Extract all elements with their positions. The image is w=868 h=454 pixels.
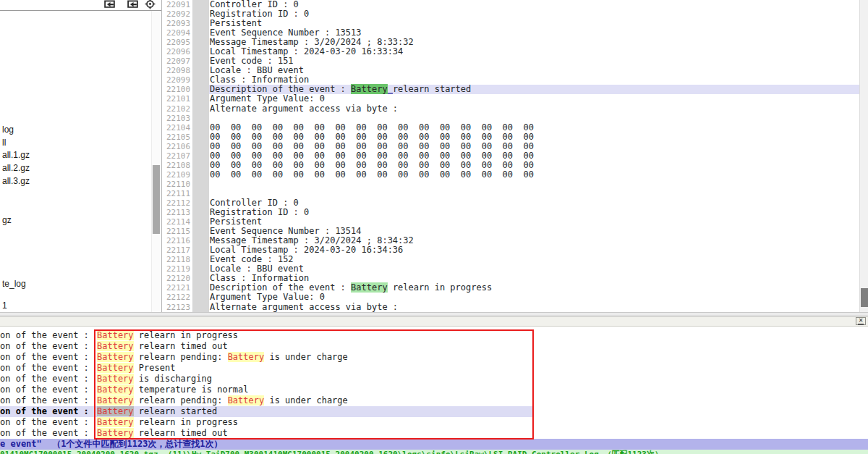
line-number: 22122 bbox=[166, 293, 192, 302]
editor-scrollbar-thumb[interactable] bbox=[861, 288, 868, 307]
sync-file-left-icon[interactable] bbox=[103, 0, 116, 9]
text-segment: Persistent bbox=[210, 217, 262, 227]
line-number: 22103 bbox=[166, 114, 192, 123]
text-segment: Description of the event : bbox=[210, 84, 351, 94]
result-row-label: on of the event : bbox=[0, 417, 97, 428]
file-tree-item[interactable]: te_log bbox=[2, 279, 26, 290]
log-line-text: Local Timestamp : 2024-03-20 16:33:34 bbox=[209, 47, 859, 56]
line-number: 22100 bbox=[166, 85, 192, 94]
text-segment: Event code : 151 bbox=[210, 56, 294, 66]
log-line[interactable]: 22113Registration ID : 0 bbox=[162, 208, 859, 217]
gutter-margin bbox=[192, 264, 209, 274]
text-segment: Argument Type Value: 0 bbox=[210, 292, 325, 302]
log-line-text: Local Timestamp : 2024-03-20 16:34:36 bbox=[209, 245, 859, 255]
gutter-margin bbox=[192, 198, 209, 208]
text-segment: 00 00 00 00 00 00 00 00 00 00 00 00 00 0… bbox=[210, 122, 534, 133]
sidebar-scrollbar[interactable] bbox=[151, 11, 161, 312]
gutter-margin bbox=[192, 227, 209, 236]
gutter-margin bbox=[192, 255, 209, 264]
file-tree-item[interactable]: all.2.gz bbox=[2, 163, 30, 174]
text-segment: Controller ID : 0 bbox=[210, 198, 299, 208]
file-tree-item[interactable]: all.3.gz bbox=[2, 176, 30, 187]
line-number: 22119 bbox=[166, 264, 192, 274]
log-line-text: Registration ID : 0 bbox=[209, 9, 859, 19]
gutter-margin bbox=[192, 28, 209, 38]
text-segment: Present bbox=[134, 363, 176, 373]
search-result-row[interactable]: on of the event :Battery temperature is … bbox=[0, 384, 868, 395]
locate-target-icon[interactable] bbox=[144, 0, 156, 9]
result-match-highlight: Battery bbox=[97, 341, 134, 351]
close-results-panel-button[interactable]: ✕ bbox=[856, 317, 866, 325]
search-result-row[interactable]: on of the event :Battery is discharging bbox=[0, 374, 868, 384]
file-tree-item[interactable]: all.1.gz bbox=[2, 150, 30, 161]
log-viewer-window: logllall.1.gzall.2.gzall.3.gzgzte_log1ll… bbox=[0, 0, 868, 454]
log-line[interactable]: 22123Alternate argument access via byte … bbox=[162, 303, 859, 312]
text-caret bbox=[388, 84, 393, 94]
sync-file-right-icon[interactable] bbox=[127, 0, 139, 9]
line-number: 22091 bbox=[166, 0, 192, 9]
sidebar-toolbar bbox=[0, 0, 161, 11]
line-number: 22092 bbox=[166, 9, 192, 19]
result-row-label: on of the event : bbox=[0, 341, 97, 352]
search-result-row-selected[interactable]: on of the event :Battery relearn started bbox=[0, 406, 868, 417]
gutter-margin bbox=[192, 293, 209, 302]
file-tree-item[interactable]: log bbox=[2, 125, 14, 135]
search-result-row[interactable]: on of the event :Battery relearn in prog… bbox=[0, 417, 868, 428]
gutter-margin bbox=[192, 114, 209, 123]
text-segment: Event code : 152 bbox=[210, 254, 294, 264]
result-match-highlight: Battery bbox=[97, 374, 134, 384]
file-tree-item[interactable]: gz bbox=[2, 215, 12, 226]
search-result-row[interactable]: on of the event :Battery relearn pending… bbox=[0, 395, 868, 406]
sidebar-scrollbar-thumb[interactable] bbox=[153, 165, 160, 234]
file-tree-item[interactable]: ll bbox=[2, 138, 6, 148]
line-number: 22105 bbox=[166, 133, 192, 142]
text-segment: Alternate argument access via byte : bbox=[210, 104, 398, 114]
result-match-highlight: Battery bbox=[97, 363, 134, 373]
search-result-row[interactable]: on of the event :Battery relearn timed o… bbox=[0, 341, 868, 352]
log-text-area[interactable]: 22091Controller ID : 022092Registration … bbox=[162, 0, 859, 312]
search-result-row[interactable]: on of the event :Battery relearn timed o… bbox=[0, 428, 868, 439]
line-number: 22096 bbox=[166, 47, 192, 56]
gutter-margin bbox=[192, 283, 209, 293]
text-segment: relearn pending: bbox=[134, 395, 228, 405]
search-result-row[interactable]: on of the event :Battery relearn pending… bbox=[0, 352, 868, 363]
gutter-margin bbox=[192, 104, 209, 114]
text-segment: Alternate argument access via byte : bbox=[210, 302, 398, 312]
search-result-row[interactable]: on of the event :Battery relearn in prog… bbox=[0, 330, 868, 341]
text-segment: Locale : BBU event bbox=[210, 264, 304, 274]
gutter-margin bbox=[192, 133, 209, 142]
gutter-margin bbox=[192, 66, 209, 75]
log-line[interactable]: 22102Alternate argument access via byte … bbox=[162, 104, 859, 114]
log-line[interactable]: 22110 bbox=[162, 180, 859, 189]
gutter-margin bbox=[192, 75, 209, 85]
text-segment: Description of the event : bbox=[210, 282, 351, 293]
gutter-margin bbox=[192, 274, 209, 283]
gutter-margin bbox=[192, 236, 209, 245]
text-segment: relearn in progress bbox=[388, 282, 493, 293]
line-number: 22123 bbox=[166, 303, 192, 312]
text-segment: Controller ID : 0 bbox=[210, 0, 299, 9]
file-tree-sidebar: logllall.1.gzall.2.gzall.3.gzgzte_log1ll… bbox=[0, 0, 162, 312]
text-segment: 00 00 00 00 00 00 00 00 00 00 00 00 00 0… bbox=[210, 151, 534, 161]
text-segment: Local Timestamp : 2024-03-20 16:33:34 bbox=[210, 46, 403, 56]
text-segment: relearn timed out bbox=[134, 428, 228, 438]
file-tree-item[interactable]: 1 bbox=[2, 300, 7, 311]
line-number: 22113 bbox=[166, 208, 192, 217]
log-line[interactable]: 2210900 00 00 00 00 00 00 00 00 00 00 00… bbox=[162, 170, 859, 180]
line-number: 22114 bbox=[166, 217, 192, 227]
text-segment: relearn started bbox=[134, 406, 218, 416]
line-number: 22097 bbox=[166, 56, 192, 66]
search-result-row[interactable]: on of the event :Battery Present bbox=[0, 363, 868, 374]
line-number: 22120 bbox=[166, 274, 192, 283]
editor-scrollbar[interactable] bbox=[859, 0, 868, 312]
log-line[interactable]: 22092Registration ID : 0 bbox=[162, 9, 859, 19]
text-segment: Class : Information bbox=[210, 273, 309, 283]
text-segment: Event Sequence Number : 13513 bbox=[210, 28, 362, 38]
text-segment: Registration ID : 0 bbox=[210, 207, 309, 217]
line-number: 22110 bbox=[166, 180, 192, 189]
log-line-text: Alternate argument access via byte : bbox=[209, 303, 859, 312]
result-match-highlight: Battery bbox=[97, 352, 134, 362]
result-match-highlight: Battery bbox=[97, 395, 134, 405]
result-match-highlight: Battery bbox=[97, 384, 134, 395]
result-row-label: on of the event : bbox=[0, 384, 97, 395]
